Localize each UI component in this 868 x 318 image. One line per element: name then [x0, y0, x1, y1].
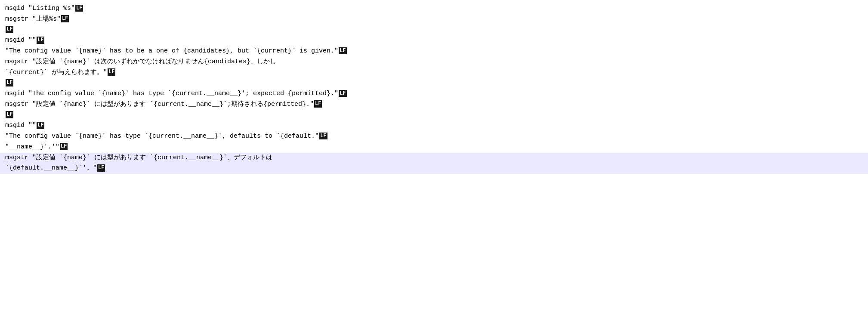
lf-marker-13: LF: [319, 133, 327, 140]
code-line-12: msgid ""LF: [0, 120, 868, 131]
code-line-1: msgid "Listing %s"LF: [0, 3, 868, 14]
code-line-4: msgid ""LF: [0, 35, 868, 46]
code-line-14: "__name__}'.'"LF: [0, 142, 868, 153]
code-line-2: msgstr "上場%s"LF: [0, 14, 868, 25]
lf-marker-11: LF: [6, 111, 13, 118]
lf-marker-10: LF: [314, 100, 322, 108]
lf-marker-7: LF: [108, 68, 115, 76]
lf-marker-5: LF: [339, 47, 346, 55]
lf-marker-8: LF: [6, 79, 13, 86]
lf-marker-9: LF: [339, 90, 346, 97]
lf-marker-1: LF: [75, 5, 83, 12]
code-line-6: msgstr "設定値 `{name}` は次のいずれかでなければなりません{c…: [0, 57, 868, 68]
code-line-9: msgid "The config value `{name}' has typ…: [0, 89, 868, 99]
lf-marker-3: LF: [6, 26, 13, 33]
code-line-5: "The config value `{name}` has to be a o…: [0, 46, 868, 57]
lf-marker-2: LF: [61, 15, 69, 22]
code-line-11: LF: [0, 110, 868, 121]
code-line-3: LF: [0, 25, 868, 36]
lf-marker-12: LF: [37, 122, 44, 129]
code-line-15: msgstr "設定値 `{name}` には型があります `{current.…: [0, 153, 868, 164]
lf-marker-14: LF: [60, 143, 68, 150]
code-line-7: `{current}` が与えられます。"LF: [0, 68, 868, 78]
lf-marker-4: LF: [37, 37, 44, 44]
code-line-13: "The config value `{name}' has type `{cu…: [0, 131, 868, 142]
code-line-10: msgstr "設定値 `{name}` には型があります `{current.…: [0, 99, 868, 110]
code-line-16: `{default.__name__}`'。"LF: [0, 163, 868, 174]
code-line-8: LF: [0, 78, 868, 89]
lf-marker-16: LF: [97, 164, 105, 172]
code-editor: msgid "Listing %s"LFmsgstr "上場%s"LFLFmsg…: [0, 0, 868, 318]
